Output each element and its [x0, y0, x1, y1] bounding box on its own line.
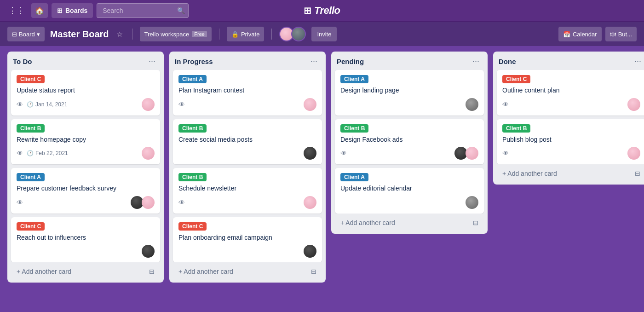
- card[interactable]: Client CPlan onboarding email campaign: [173, 217, 322, 263]
- card-meta: [178, 147, 316, 160]
- card-avatars: [142, 98, 155, 111]
- card-icons: 👁: [502, 101, 509, 108]
- client-badge: Client A: [340, 173, 368, 181]
- eye-icon[interactable]: 👁: [502, 101, 509, 108]
- card[interactable]: Client BPublish blog post👁: [497, 119, 644, 165]
- card-date: 🕐 Jan 14, 2021: [27, 101, 67, 108]
- card-title: Schedule newsletter: [178, 184, 316, 193]
- eye-icon[interactable]: 👁: [502, 150, 509, 157]
- card-avatar: [142, 245, 155, 258]
- list-title: To Do: [13, 58, 32, 65]
- card-meta: 👁🕐 Feb 22, 2021: [17, 147, 155, 160]
- private-button[interactable]: 🔒 Private: [227, 27, 264, 41]
- grid-icon[interactable]: ⋮⋮: [6, 3, 28, 18]
- card[interactable]: Client CReach out to influencers: [11, 217, 160, 263]
- card[interactable]: Client ADesign landing page: [335, 70, 484, 116]
- card-title: Update editorial calendar: [340, 184, 478, 193]
- eye-icon[interactable]: 👁: [17, 199, 23, 206]
- add-card-button[interactable]: + Add another card⊟: [335, 215, 484, 230]
- client-badge: Client A: [17, 173, 45, 181]
- list-header: In Progress···: [169, 52, 326, 70]
- invite-label: Invite: [317, 31, 331, 38]
- member-avatars: [279, 27, 306, 41]
- board-menu-button[interactable]: ⊟ Board ▾: [7, 27, 45, 41]
- card-meta: [178, 245, 316, 258]
- invite-button[interactable]: Invite: [311, 27, 337, 41]
- list-menu-button[interactable]: ···: [470, 56, 482, 66]
- card-avatar: [304, 98, 316, 111]
- card[interactable]: Client APrepare customer feedback survey…: [11, 168, 160, 214]
- header-right: 📅 Calendar 🍽 But...: [558, 27, 637, 41]
- eye-icon[interactable]: 👁: [178, 199, 185, 206]
- board-header: ⊟ Board ▾ Master Board ☆ Trello workspac…: [0, 22, 644, 46]
- list-menu-button[interactable]: ···: [632, 56, 644, 66]
- card-meta: 👁: [340, 147, 478, 160]
- list-pending: Pending···Client ADesign landing pageCli…: [331, 52, 488, 234]
- clock-icon: 🕐: [27, 101, 34, 108]
- lock-icon: 🔒: [231, 31, 239, 38]
- card-icons: 👁: [178, 199, 185, 206]
- list-header: To Do···: [7, 52, 164, 70]
- card-title: Prepare customer feedback survey: [17, 184, 155, 193]
- avatar-2[interactable]: [291, 27, 306, 41]
- add-card-label: + Add another card: [502, 170, 557, 177]
- card-icons: 👁: [340, 150, 347, 157]
- client-badge: Client B: [17, 124, 45, 133]
- card-meta: 👁🕐 Jan 14, 2021: [17, 98, 155, 111]
- card[interactable]: Client BSchedule newsletter👁: [173, 168, 322, 214]
- list-title: Done: [499, 58, 516, 65]
- workspace-button[interactable]: Trello workspace Free: [140, 27, 212, 41]
- card-icons: 👁🕐 Feb 22, 2021: [17, 150, 68, 157]
- list-cards: Client APlan Instagram contest👁Client BC…: [169, 70, 326, 262]
- card-title: Update status report: [17, 86, 155, 95]
- search-input[interactable]: [97, 3, 189, 18]
- butler-label: But...: [618, 31, 632, 38]
- eye-icon[interactable]: 👁: [178, 101, 185, 108]
- list-header: Done···: [493, 52, 644, 70]
- eye-icon[interactable]: 👁: [17, 150, 23, 157]
- add-card-button[interactable]: + Add another card⊟: [173, 264, 322, 279]
- eye-icon[interactable]: 👁: [340, 150, 347, 157]
- add-card-button[interactable]: + Add another card⊟: [11, 264, 160, 279]
- card-avatar: [466, 147, 478, 160]
- list-todo: To Do···Client CUpdate status report👁🕐 J…: [7, 52, 164, 283]
- card-title: Design landing page: [340, 86, 478, 95]
- divider: [132, 29, 132, 40]
- card-avatars: [131, 196, 155, 209]
- card-meta: [340, 98, 478, 111]
- template-icon: ⊟: [311, 268, 316, 275]
- boards-label: Boards: [65, 7, 87, 14]
- card-avatars: [466, 98, 478, 111]
- list-menu-button[interactable]: ···: [146, 56, 158, 66]
- card[interactable]: Client CUpdate status report👁🕐 Jan 14, 2…: [11, 70, 160, 116]
- template-icon: ⊟: [473, 219, 478, 226]
- card[interactable]: Client APlan Instagram contest👁: [173, 70, 322, 116]
- butler-button[interactable]: 🍽 But...: [605, 27, 637, 41]
- card[interactable]: Client AUpdate editorial calendar: [335, 168, 484, 214]
- card[interactable]: Client BCreate social media posts: [173, 119, 322, 165]
- star-button[interactable]: ☆: [115, 28, 125, 40]
- home-button[interactable]: 🏠: [31, 3, 48, 18]
- client-badge: Client B: [178, 173, 207, 181]
- list-menu-button[interactable]: ···: [308, 56, 320, 66]
- calendar-button[interactable]: 📅 Calendar: [558, 27, 602, 41]
- client-badge: Client A: [340, 75, 368, 83]
- search-icon: 🔍: [177, 7, 185, 14]
- eye-icon[interactable]: 👁: [17, 101, 23, 108]
- card[interactable]: Client COutline content plan👁: [497, 70, 644, 116]
- template-icon: ⊟: [149, 268, 155, 275]
- board-menu-label: Board: [19, 31, 35, 38]
- card-icons: 👁: [502, 150, 509, 157]
- card[interactable]: Client BRewrite homepage copy👁🕐 Feb 22, …: [11, 119, 160, 165]
- add-card-label: + Add another card: [340, 219, 395, 226]
- card-avatars: [466, 196, 478, 209]
- boards-button[interactable]: ⊞ Boards: [52, 3, 93, 18]
- card-avatar: [627, 147, 640, 160]
- card-title: Publish blog post: [502, 135, 640, 144]
- add-card-button[interactable]: + Add another card⊟: [497, 166, 644, 181]
- client-badge: Client C: [502, 75, 530, 83]
- card-avatar: [142, 98, 155, 111]
- card[interactable]: Client BDesign Facebook ads👁: [335, 119, 484, 165]
- client-badge: Client C: [17, 222, 45, 231]
- card-icons: 👁: [17, 199, 23, 206]
